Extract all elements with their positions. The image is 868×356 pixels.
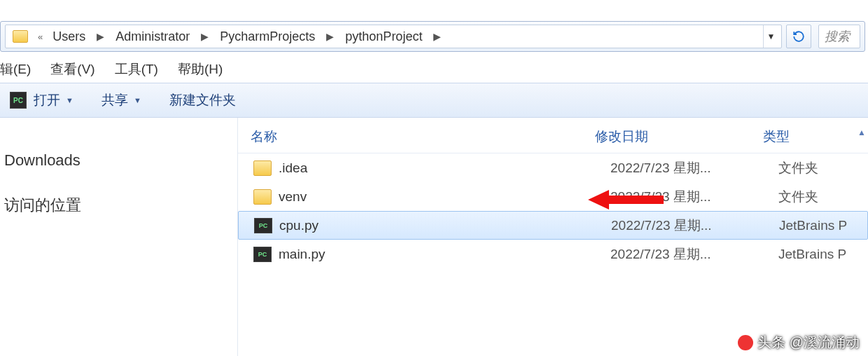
file-row[interactable]: PCmain.py2022/7/23 星期...JetBrains P	[238, 240, 868, 268]
file-name: .idea	[279, 160, 610, 176]
file-row[interactable]: venv2022/7/23 星期...文件夹	[238, 182, 868, 211]
refresh-button[interactable]	[786, 25, 811, 48]
folder-icon	[253, 160, 272, 176]
file-list-pane: 名称 修改日期 类型 ▲ .idea2022/7/23 星期...文件夹venv…	[238, 118, 868, 356]
file-type: JetBrains P	[778, 247, 868, 262]
col-type[interactable]: 类型	[763, 128, 855, 146]
col-name[interactable]: 名称	[238, 128, 595, 146]
file-type: 文件夹	[778, 188, 868, 206]
chevron-right-icon[interactable]: ▶	[425, 31, 449, 42]
breadcrumb[interactable]: « Users ▶ Administrator ▶ PycharmProject…	[5, 25, 782, 48]
folder-icon	[253, 189, 272, 205]
watermark-logo-icon	[738, 335, 753, 350]
chevron-down-icon: ▼	[66, 96, 74, 104]
address-bar: « Users ▶ Administrator ▶ PycharmProject…	[0, 21, 865, 52]
column-headers: 名称 修改日期 类型 ▲	[238, 118, 868, 153]
crumb-users[interactable]: Users	[50, 29, 88, 44]
pycharm-file-icon: PC	[253, 247, 272, 262]
file-date: 2022/7/23 星期...	[610, 188, 778, 206]
menu-help[interactable]: 帮助(H)	[178, 60, 223, 78]
crumb-pythonproject[interactable]: pythonProject	[342, 29, 425, 44]
search-input[interactable]: 搜索	[818, 25, 860, 48]
crumb-pycharmprojects[interactable]: PycharmProjects	[217, 29, 318, 44]
file-name: cpu.py	[279, 218, 611, 233]
file-row[interactable]: PCcpu.py2022/7/23 星期...JetBrains P	[238, 211, 868, 240]
file-date: 2022/7/23 星期...	[610, 159, 778, 177]
refresh-icon	[792, 30, 805, 43]
menu-bar: 辑(E) 查看(V) 工具(T) 帮助(H)	[0, 52, 868, 83]
search-placeholder: 搜索	[825, 28, 850, 45]
open-button[interactable]: 打开▼	[34, 91, 74, 109]
file-type: 文件夹	[778, 159, 868, 177]
file-date: 2022/7/23 星期...	[610, 245, 778, 263]
pycharm-icon: PC	[10, 92, 27, 109]
file-name: main.py	[279, 247, 610, 262]
chevron-down-icon: ▼	[134, 96, 141, 104]
sort-indicator-icon[interactable]: ▲	[855, 128, 868, 146]
watermark: 头条 @溪流涌动	[738, 333, 860, 352]
col-modified[interactable]: 修改日期	[595, 128, 763, 146]
watermark-text: 头条 @溪流涌动	[757, 333, 860, 352]
crumb-administrator[interactable]: Administrator	[113, 29, 192, 44]
menu-edit[interactable]: 辑(E)	[0, 60, 31, 78]
nav-downloads[interactable]: Downloads	[0, 139, 237, 182]
content-area: Downloads 访问的位置 名称 修改日期 类型 ▲ .idea2022/7…	[0, 118, 868, 356]
file-type: JetBrains P	[779, 218, 867, 233]
file-name: venv	[279, 189, 610, 205]
file-date: 2022/7/23 星期...	[611, 217, 779, 235]
chevron-right-icon[interactable]: ▶	[88, 31, 113, 42]
menu-tools[interactable]: 工具(T)	[115, 60, 158, 78]
folder-icon	[13, 30, 28, 43]
file-row[interactable]: .idea2022/7/23 星期...文件夹	[238, 153, 868, 182]
chevron-right-icon[interactable]: ▶	[318, 31, 342, 42]
history-chevrons-icon[interactable]: «	[31, 32, 50, 42]
chevron-right-icon[interactable]: ▶	[192, 31, 217, 42]
new-folder-button[interactable]: 新建文件夹	[169, 91, 236, 109]
toolbar: PC 打开▼ 共享▼ 新建文件夹	[0, 83, 868, 118]
navigation-pane: Downloads 访问的位置	[0, 118, 238, 356]
menu-view[interactable]: 查看(V)	[50, 60, 94, 78]
pycharm-file-icon: PC	[254, 218, 272, 233]
nav-recent[interactable]: 访问的位置	[0, 182, 237, 228]
share-button[interactable]: 共享▼	[102, 91, 141, 109]
address-dropdown-icon[interactable]: ▼	[763, 25, 778, 48]
